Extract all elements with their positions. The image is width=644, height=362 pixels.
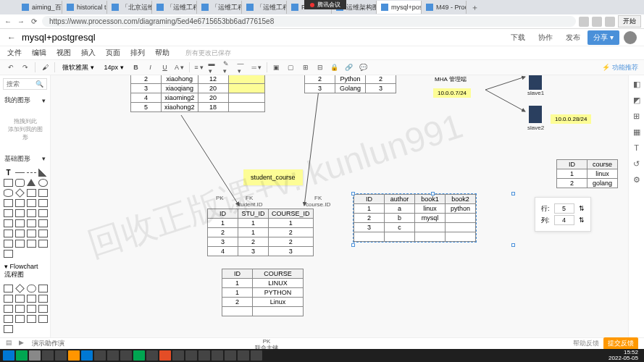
taskbar-icon[interactable] <box>198 350 210 361</box>
shape[interactable] <box>4 219 13 227</box>
my-shapes-header[interactable]: 我的图形▾ <box>0 93 50 108</box>
pencil-shape[interactable] <box>38 169 48 177</box>
download-button[interactable]: 下载 <box>505 30 531 45</box>
shape[interactable] <box>4 295 13 303</box>
format-painter-icon[interactable]: 🖌 <box>40 62 50 72</box>
shape[interactable] <box>15 240 25 248</box>
browser-tab-active[interactable]: mysql+postgresql× <box>377 1 422 14</box>
browser-start-button[interactable]: 开始 <box>618 15 641 28</box>
font-size-select[interactable]: 14px ▾ <box>101 64 127 71</box>
diamond-shape[interactable] <box>15 188 25 198</box>
shape-search[interactable]: 🔍 <box>3 78 47 90</box>
back-arrow-icon[interactable]: ← <box>7 33 16 43</box>
selection-handle[interactable] <box>431 192 435 195</box>
shape[interactable] <box>27 209 36 217</box>
taskbar-icon[interactable] <box>133 350 145 361</box>
comment-icon[interactable]: 💬 <box>359 62 369 72</box>
shape[interactable] <box>38 219 48 227</box>
taskbar-icon[interactable] <box>42 350 54 361</box>
start-menu-icon[interactable] <box>3 350 14 361</box>
search-icon[interactable]: 🔍 <box>35 80 43 88</box>
taskbar-icon[interactable] <box>68 350 80 361</box>
shape[interactable] <box>27 230 36 237</box>
student-table[interactable]: 2xiaohong12 3xiaoqiang20 4xiaoming220 5x… <box>130 75 265 112</box>
system-clock[interactable]: 15:522022-05-05 <box>609 350 641 361</box>
taskbar-icon[interactable] <box>120 350 132 361</box>
rail-icon[interactable]: ▦ <box>632 127 642 138</box>
shape[interactable] <box>38 230 48 237</box>
dashed-line-shape[interactable] <box>27 172 36 173</box>
forward-icon[interactable]: → <box>16 17 26 27</box>
taskbar-icon[interactable] <box>29 350 41 361</box>
menu-page[interactable]: 页面 <box>106 48 120 58</box>
basic-shapes-header[interactable]: 基础图形▾ <box>0 151 50 167</box>
taskbar-icon[interactable] <box>238 350 249 361</box>
shape[interactable] <box>15 305 25 313</box>
shape[interactable] <box>15 315 25 323</box>
rail-icon[interactable]: ↺ <box>632 159 642 169</box>
shape[interactable] <box>4 315 13 323</box>
help-link[interactable]: 帮助反馈 <box>573 339 599 348</box>
browser-tab[interactable]: 「运维工程师招聘...× <box>197 1 242 14</box>
menu-arrange[interactable]: 排列 <box>130 48 145 58</box>
shape[interactable] <box>4 305 13 313</box>
feature-link[interactable]: ⚡ 功能推荐 <box>602 63 638 72</box>
taskbar-icon[interactable] <box>251 350 262 361</box>
font-select[interactable]: 微软雅黑 ▾ <box>59 63 97 72</box>
shape[interactable] <box>4 250 13 258</box>
submit-feedback-button[interactable]: 提交反馈 <box>603 337 638 350</box>
star-shape[interactable] <box>38 189 48 197</box>
rail-icon[interactable]: T <box>632 143 642 153</box>
browser-tab[interactable]: 「北京运维工程师...× <box>107 1 152 14</box>
flowchart-header[interactable]: ▾ Flowchart 流程图 <box>0 260 50 282</box>
shape[interactable] <box>15 230 25 237</box>
share-button[interactable]: 分享 ▾ <box>587 30 619 45</box>
server-icon[interactable] <box>529 75 542 90</box>
taskbar-icon[interactable] <box>212 350 223 361</box>
taskbar-icon[interactable] <box>107 350 119 361</box>
shape[interactable] <box>4 230 13 237</box>
browser-tab[interactable]: 「运维工程师招聘...× <box>152 1 197 14</box>
menu-view[interactable]: 视图 <box>57 48 71 58</box>
present-icon[interactable]: ▶ <box>19 339 29 349</box>
stepper-icon[interactable]: ⇅ <box>579 216 585 224</box>
line-shape[interactable] <box>15 172 25 173</box>
taskbar-icon[interactable] <box>172 350 184 361</box>
triangle-shape[interactable] <box>27 179 35 186</box>
browser-tab[interactable]: 「运维工程师招聘...× <box>242 1 287 14</box>
selection-handle[interactable] <box>511 243 515 247</box>
row-col-popup[interactable]: 行:⇅ 列:⇅ <box>535 197 591 232</box>
menu-insert[interactable]: 插入 <box>81 48 96 58</box>
taskbar-icon[interactable] <box>146 350 158 361</box>
taskbar-icon[interactable] <box>94 350 106 361</box>
line-style-icon[interactable]: — ▾ <box>238 62 248 72</box>
selection-handle[interactable] <box>511 192 515 195</box>
document-title[interactable]: mysql+postgresql <box>22 32 503 43</box>
rect-shape[interactable] <box>4 179 13 187</box>
shape[interactable] <box>4 199 13 207</box>
line-color-icon[interactable]: ✎ ▾ <box>223 62 233 72</box>
line-width-icon[interactable]: ═ ▾ <box>252 62 262 72</box>
menu-help[interactable]: 帮助 <box>155 48 170 58</box>
font-color-icon[interactable]: A ▾ <box>175 62 185 72</box>
diagram-canvas[interactable]: 回收正版课+v: kunlun991 2xiaohong12 3xiaoqian… <box>51 75 628 349</box>
extension-icon[interactable] <box>605 17 615 27</box>
publish-button[interactable]: 发布 <box>560 30 586 45</box>
taskbar-icon[interactable] <box>16 350 28 361</box>
taskbar-icon[interactable] <box>225 350 236 361</box>
taskbar-icon[interactable] <box>159 350 171 361</box>
ellipse-shape[interactable] <box>4 189 13 197</box>
menu-edit[interactable]: 编辑 <box>32 48 46 58</box>
arrange-back-icon[interactable]: ▢ <box>286 62 296 72</box>
shape[interactable] <box>27 295 36 303</box>
course-table[interactable]: IDCOURSE 1LINUX 1PYTHON 2Linux <box>222 269 304 316</box>
books-table-selected[interactable]: IDauthorbook1book2 1alinuxpython 2bmysql… <box>354 194 476 242</box>
shape[interactable] <box>15 219 25 227</box>
extension-icon[interactable] <box>592 17 602 27</box>
stepper-icon[interactable]: ⇅ <box>579 205 585 212</box>
link-icon[interactable]: 🔗 <box>344 62 354 72</box>
shape[interactable] <box>38 209 48 217</box>
group-icon[interactable]: ⊞ <box>301 62 311 72</box>
shape[interactable] <box>27 240 36 248</box>
align-icon[interactable]: ≡ ▾ <box>194 62 204 72</box>
